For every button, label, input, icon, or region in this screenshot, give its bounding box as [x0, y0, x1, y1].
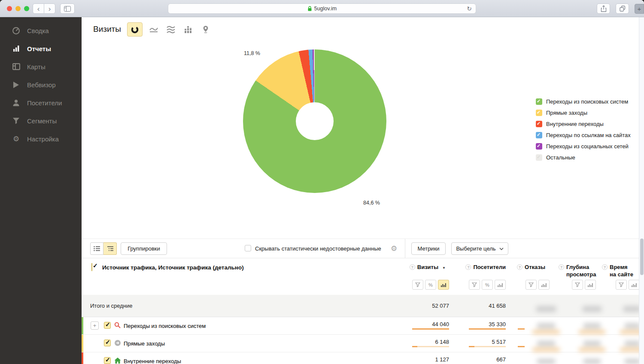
legend-item-social[interactable]: Переходы из социальных сетей — [536, 141, 631, 152]
hide-unreliable-label: Скрывать статистически недостоверные дан… — [255, 245, 381, 252]
sidebar-toggle-button[interactable] — [60, 3, 75, 14]
totals-label: Итого и средние — [90, 303, 132, 309]
forward-button[interactable] — [44, 3, 55, 14]
row-checkbox[interactable] — [104, 322, 111, 329]
share-button[interactable] — [597, 3, 610, 14]
bounce-share-bar — [518, 328, 525, 330]
row-checkbox[interactable] — [104, 357, 111, 364]
column-label: Посетители — [473, 264, 506, 270]
scrollbar-thumb[interactable] — [640, 239, 644, 275]
row-visitors-value: 5 517 — [461, 339, 506, 345]
zoom-window-button[interactable] — [24, 6, 29, 11]
close-window-button[interactable] — [7, 6, 12, 11]
column-header-time[interactable]: Время на сайте — [602, 264, 635, 278]
bars-mode-icon[interactable] — [629, 280, 640, 290]
help-icon — [465, 264, 471, 270]
donut-chart[interactable] — [243, 49, 386, 193]
segments-funnel-icon — [12, 117, 20, 124]
column-header-depth[interactable]: Глубина просмотра — [559, 264, 599, 278]
row-checkbox[interactable] — [104, 340, 111, 346]
funnel-filter-icon[interactable] — [526, 280, 537, 290]
report-title: Визиты — [93, 24, 121, 34]
column-header-visitors[interactable]: Посетители — [465, 264, 506, 270]
lock-icon — [307, 6, 312, 12]
funnel-filter-icon[interactable] — [572, 280, 583, 290]
reload-icon[interactable] — [467, 5, 472, 12]
minimize-window-button[interactable] — [15, 6, 21, 11]
bars-mode-icon[interactable] — [438, 280, 449, 290]
direct-arrow-icon — [114, 340, 121, 346]
table-divider — [405, 239, 405, 258]
back-button[interactable] — [33, 3, 44, 14]
row-label[interactable]: Внутренние переходы — [124, 358, 181, 364]
legend-item-links[interactable]: Переходы по ссылкам на сайтах — [536, 129, 631, 141]
tree-icon — [107, 246, 113, 251]
report-content: Визиты 11,8 % 84,6 % Переходы из поисков… — [82, 17, 644, 364]
flat-list-view-button[interactable] — [90, 242, 103, 255]
bars-mode-icon[interactable] — [538, 280, 550, 290]
sidebar-item-label: Карты — [27, 63, 46, 70]
sidebar-item-visitors[interactable]: Посетители — [0, 94, 82, 112]
chart-legend: Переходы из поисковых систем Прямые захо… — [536, 96, 631, 163]
sidebar-item-reports[interactable]: Отчеты — [0, 40, 82, 58]
sidebar-item-segments[interactable]: Сегменты — [0, 112, 82, 130]
table-settings-gear-icon[interactable]: ⚙ — [391, 244, 397, 253]
select-goal-button[interactable]: Выберите цель — [451, 242, 508, 255]
dimension-header: Источник трафика, Источник трафика (дета… — [102, 264, 244, 271]
row-label[interactable]: Прямые заходы — [124, 340, 165, 347]
donut-hole — [296, 102, 334, 140]
visitors-person-icon — [12, 99, 20, 107]
chart-type-line-button[interactable] — [146, 22, 161, 37]
stacked-area-chart-icon-button[interactable] — [163, 22, 179, 37]
row-color-stripe — [82, 352, 83, 364]
expand-row-button[interactable] — [91, 321, 99, 330]
sidebar-item-settings[interactable]: ⚙ Настройка — [0, 130, 82, 148]
sidebar-item-label: Сводка — [27, 27, 49, 34]
row-label[interactable]: Переходы из поисковых систем — [124, 323, 206, 329]
tree-view-button[interactable] — [103, 242, 117, 255]
legend-item-internal[interactable]: Внутренние переходы — [536, 118, 631, 129]
funnel-filter-icon[interactable] — [616, 280, 627, 290]
dimension-checkbox[interactable] — [91, 263, 92, 271]
chart-type-columns-button[interactable] — [180, 22, 196, 37]
bounce-share-bar — [518, 346, 525, 347]
column-label: Время на сайте — [610, 264, 635, 278]
column-header-visits[interactable]: Визиты — [410, 264, 446, 270]
sidebar-item-maps[interactable]: Карты — [0, 58, 82, 76]
address-bar[interactable]: 5uglov.im — [168, 3, 476, 14]
sidebar-item-summary[interactable]: Сводка — [0, 21, 82, 40]
sidebar-item-webvisor[interactable]: Вебвизор — [0, 76, 82, 94]
hide-unreliable-checkbox[interactable] — [245, 245, 251, 251]
report-table: Группировки Скрывать статистически недос… — [82, 239, 644, 364]
bars-mode-icon[interactable] — [495, 280, 506, 290]
home-icon — [114, 357, 121, 364]
percent-mode-icon[interactable]: % — [482, 280, 493, 290]
groupings-button[interactable]: Группировки — [121, 242, 167, 255]
chart-type-donut-button[interactable] — [127, 22, 143, 37]
funnel-filter-icon[interactable] — [412, 280, 423, 290]
row-color-stripe — [82, 317, 83, 334]
sidebar-item-label: Вебвизор — [27, 81, 56, 89]
new-tab-button[interactable] — [635, 4, 644, 14]
visitors-share-bar — [469, 346, 506, 347]
legend-item-direct[interactable]: Прямые заходы — [536, 107, 631, 118]
webvisor-play-icon — [12, 81, 20, 89]
tab-overview-button[interactable] — [616, 3, 629, 14]
legend-item-others[interactable]: Остальные — [536, 152, 631, 163]
pie-percent-label: 84,6 % — [363, 200, 380, 206]
row-visits-value: 44 040 — [404, 321, 449, 327]
funnel-filter-icon[interactable] — [469, 280, 480, 290]
depth-filter-group — [572, 280, 596, 290]
vertical-scrollbar[interactable] — [639, 17, 644, 364]
donut-chart-icon — [131, 25, 139, 34]
legend-checkbox — [536, 143, 542, 150]
legend-label: Прямые заходы — [546, 110, 587, 116]
percent-mode-icon[interactable]: % — [425, 280, 436, 290]
chart-type-map-button[interactable] — [198, 22, 213, 37]
reports-bars-icon — [12, 45, 20, 52]
visits-share-bar — [412, 328, 449, 330]
column-header-bounce[interactable]: Отказы — [517, 264, 545, 270]
legend-item-search[interactable]: Переходы из поисковых систем — [536, 96, 631, 107]
metrics-button[interactable]: Метрики — [411, 242, 446, 255]
bars-mode-icon[interactable] — [585, 280, 596, 290]
